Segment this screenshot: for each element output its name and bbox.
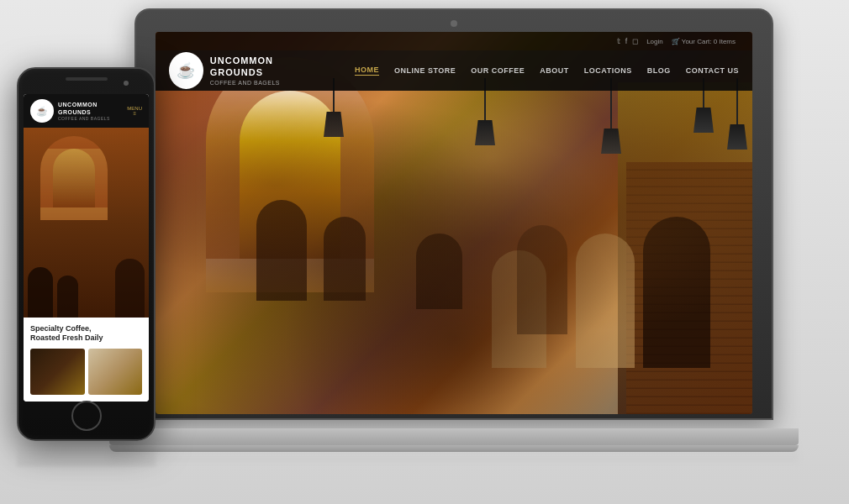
phone-hero-arch [40, 136, 108, 220]
phone-brand-text: UNCOMMONGROUNDS Coffee and Bagels [58, 101, 110, 122]
nav-link-our-coffee[interactable]: OUR COFFEE [471, 66, 525, 75]
logo-icon: ☕ [169, 52, 203, 89]
phone-brand-name: UNCOMMONGROUNDS [58, 101, 110, 116]
brand-name: Uncommon Grounds [210, 55, 321, 79]
phone-person-silhouette [57, 276, 78, 318]
phone-thumb-cup [88, 349, 143, 395]
phone-camera [124, 81, 129, 86]
nav-link-about[interactable]: ABOUT [540, 66, 569, 75]
hamburger-icon: ≡ [133, 111, 136, 116]
cart-text: 🛒 Your Cart: 0 Items [672, 38, 736, 45]
phone-headline: Specialty Coffee, Roasted Fresh Daily [30, 324, 142, 344]
phone-speaker [66, 77, 108, 81]
phone-hero-image [24, 128, 149, 318]
twitter-icon[interactable]: 𝕥 [617, 37, 620, 45]
laptop: 𝕥 f ◻ Login 🛒 Your Cart: 0 Items [134, 8, 773, 487]
logo-text: Uncommon Grounds Coffee and Bagels [210, 55, 321, 87]
laptop-reflection [109, 437, 799, 462]
login-link[interactable]: Login [646, 38, 663, 45]
nav-link-contact-us[interactable]: CONTACT US [686, 66, 739, 75]
nav-link-blog[interactable]: BLOG [647, 66, 671, 75]
phone-content-area: Specialty Coffee, Roasted Fresh Daily [24, 318, 149, 402]
utility-bar: 𝕥 f ◻ Login 🛒 Your Cart: 0 Items [156, 32, 752, 50]
laptop-camera [451, 20, 457, 27]
phone-home-button[interactable] [71, 401, 102, 431]
phone-person-silhouette [115, 259, 145, 318]
brand-sub: Coffee and Bagels [210, 79, 321, 87]
phone-logo-area: ☕ UNCOMMONGROUNDS Coffee and Bagels [30, 99, 110, 123]
phone-header: ☕ UNCOMMONGROUNDS Coffee and Bagels MENU… [24, 94, 149, 128]
main-nav: ☕ Uncommon Grounds Coffee and Bagels HOM… [156, 50, 752, 91]
facebook-icon[interactable]: f [625, 37, 628, 45]
phone-website: ☕ UNCOMMONGROUNDS Coffee and Bagels MENU… [24, 94, 149, 402]
scene: 𝕥 f ◻ Login 🛒 Your Cart: 0 Items [0, 0, 849, 504]
nav-link-home[interactable]: HOME [355, 66, 379, 76]
phone-reflection [17, 441, 156, 466]
laptop-website: 𝕥 f ◻ Login 🛒 Your Cart: 0 Items [156, 32, 752, 414]
phone: ☕ UNCOMMONGROUNDS Coffee and Bagels MENU… [17, 67, 156, 441]
instagram-icon[interactable]: ◻ [632, 37, 638, 45]
phone-logo-icon: ☕ [30, 99, 54, 123]
cart-icon[interactable]: 🛒 [672, 38, 680, 45]
social-icons: 𝕥 f ◻ [617, 37, 639, 45]
phone-brand-sub: Coffee and Bagels [58, 116, 110, 122]
nav-logo: ☕ Uncommon Grounds Coffee and Bagels [169, 52, 321, 89]
laptop-body: 𝕥 f ◻ Login 🛒 Your Cart: 0 Items [134, 8, 773, 420]
phone-body: ☕ UNCOMMONGROUNDS Coffee and Bagels MENU… [17, 67, 156, 441]
laptop-screen: 𝕥 f ◻ Login 🛒 Your Cart: 0 Items [156, 32, 752, 414]
phone-menu-button[interactable]: MENU ≡ [127, 106, 142, 116]
nav-link-locations[interactable]: LOCATIONS [584, 66, 632, 75]
phone-screen: ☕ UNCOMMONGROUNDS Coffee and Bagels MENU… [24, 94, 149, 402]
phone-headline-line1: Specialty Coffee, [30, 324, 92, 333]
nav-links: HOME ONLINE STORE OUR COFFEE ABOUT LOCAT… [355, 66, 739, 76]
phone-thumb-beans [30, 349, 85, 395]
nav-link-online-store[interactable]: ONLINE STORE [394, 66, 456, 75]
phone-person-silhouette [28, 267, 53, 318]
phone-image-grid [30, 349, 142, 395]
phone-headline-line2: Roasted Fresh Daily [30, 333, 103, 342]
